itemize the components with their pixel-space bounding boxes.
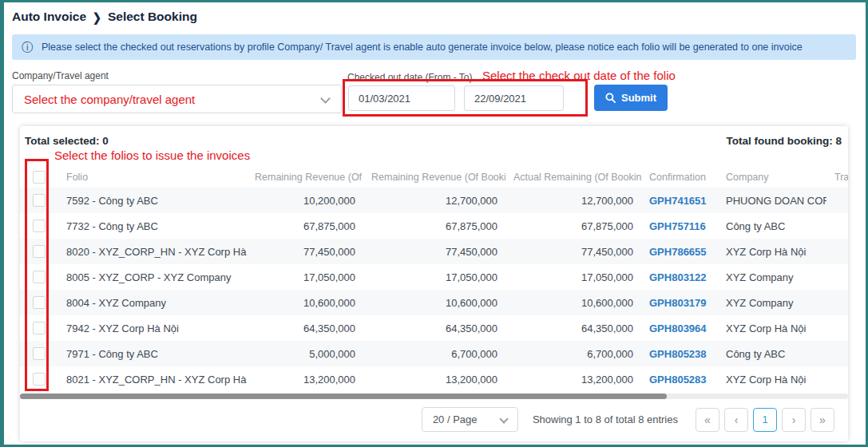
folio-cell: 7732 - Công ty ABC <box>58 220 247 232</box>
horizontal-scrollbar[interactable] <box>20 394 848 399</box>
results-card: Total selected: 0 Total found booking: 8… <box>20 126 848 441</box>
page-title: Select Booking <box>108 10 197 24</box>
folio-cell: 8005 - XYZ_CORP - XYZ Company <box>58 271 247 283</box>
company-cell: Công ty ABC <box>718 348 826 360</box>
bookings-table: Folio Remaining Revenue (Of Folio) Remai… <box>20 167 848 392</box>
card-header: Total selected: 0 Total found booking: 8 <box>20 126 848 147</box>
col-header-remaining-revenue-booking: Remaining Revenue (Of Booking) <box>363 172 505 183</box>
folio-cell: 8004 - XYZ Company <box>58 297 247 309</box>
company-cell: XYZ Corp Hà Nội <box>718 322 826 334</box>
pagination-bar: 20 / Page Showing 1 to 8 of total 8 entr… <box>20 407 848 432</box>
search-icon <box>605 93 616 103</box>
table-row: 8004 - XYZ Company 10,600,000 10,600,000… <box>20 290 848 315</box>
rr-booking-cell: 10,600,000 <box>363 297 505 309</box>
row-checkbox[interactable] <box>33 245 46 258</box>
table-row: 7732 - Công ty ABC 67,875,000 67,875,000… <box>20 213 848 239</box>
table-row: 7971 - Công ty ABC 5,000,000 6,700,000 6… <box>20 341 848 366</box>
actual-remaining-cell: 6,700,000 <box>505 348 641 360</box>
page-1-button[interactable]: 1 <box>753 408 777 432</box>
auto-invoice-page: { "breadcrumb": { "parent": "Auto Invoic… <box>0 0 868 447</box>
company-cell: XYZ Corp Hà Nội <box>718 246 826 258</box>
scrollbar-thumb[interactable] <box>20 394 667 399</box>
info-banner: ⓘ Please select the checked out reservat… <box>12 34 856 60</box>
col-header-remaining-revenue-folio: Remaining Revenue (Of Folio) <box>247 172 363 183</box>
filter-bar: Company/Travel agent Select the company/… <box>12 69 856 118</box>
next-page-button[interactable]: › <box>782 408 806 432</box>
confirmation-link[interactable]: GPH805238 <box>649 348 707 360</box>
total-found-booking: Total found booking: 8 <box>727 135 842 147</box>
row-checkbox[interactable] <box>33 322 46 334</box>
company-cell: XYZ Company <box>718 297 826 309</box>
table-row: 8020 - XYZ_CORP_HN - XYZ Corp Hà Nội 77,… <box>20 239 848 264</box>
pagination-summary: Showing 1 to 8 of total 8 entries <box>533 413 678 425</box>
info-banner-text: Please select the checked out reservatio… <box>42 42 803 53</box>
chevron-right-icon: ❯ <box>93 10 101 23</box>
folio-cell: 7971 - Công ty ABC <box>58 348 247 360</box>
rr-folio-cell: 64,350,000 <box>247 322 363 334</box>
total-selected: Total selected: 0 <box>25 135 109 147</box>
rr-folio-cell: 17,050,000 <box>247 271 363 283</box>
rr-folio-cell: 13,200,000 <box>247 374 363 386</box>
actual-remaining-cell: 17,050,000 <box>505 271 641 283</box>
submit-button[interactable]: Submit <box>594 85 668 111</box>
actual-remaining-cell: 12,700,000 <box>505 195 641 207</box>
chevron-down-icon <box>320 93 331 104</box>
confirmation-link[interactable]: GPH786655 <box>649 246 707 258</box>
col-header-confirmation: Confirmation <box>641 172 718 183</box>
rr-folio-cell: 67,875,000 <box>247 220 363 232</box>
table-row: 7592 - Công ty ABC 10,200,000 12,700,000… <box>20 188 848 213</box>
company-agent-label: Company/Travel agent <box>12 70 109 81</box>
info-icon: ⓘ <box>22 42 33 53</box>
confirmation-link[interactable]: GPH803964 <box>649 322 707 334</box>
company-cell: XYZ Corp Hà Nội <box>718 374 826 386</box>
breadcrumb-parent[interactable]: Auto Invoice <box>12 10 86 24</box>
company-agent-placeholder: Select the company/travel agent <box>24 93 195 106</box>
confirmation-link[interactable]: GPH741651 <box>649 195 707 207</box>
rr-booking-cell: 13,200,000 <box>363 374 505 386</box>
page-size-select[interactable]: 20 / Page <box>422 407 518 432</box>
date-from-input[interactable]: 01/03/2021 <box>348 85 455 111</box>
table-row: 8021 - XYZ_CORP_HN - XYZ Corp Hà Nội 13,… <box>20 366 848 392</box>
row-checkbox[interactable] <box>33 194 46 207</box>
col-header-actual-remaining: Actual Remaining (Of Booking) <box>505 172 641 183</box>
row-checkbox[interactable] <box>33 271 46 283</box>
company-cell: Công ty ABC <box>718 220 826 232</box>
company-cell: PHUONG DOAN CORP <box>718 195 826 207</box>
actual-remaining-cell: 77,450,000 <box>505 246 641 258</box>
row-checkbox[interactable] <box>33 220 46 232</box>
row-checkbox[interactable] <box>33 373 46 386</box>
rr-booking-cell: 6,700,000 <box>363 348 505 360</box>
confirmation-link[interactable]: GPH803179 <box>649 297 707 309</box>
folio-cell: 7592 - Công ty ABC <box>58 195 247 207</box>
rr-booking-cell: 17,050,000 <box>363 271 505 283</box>
select-all-checkbox[interactable] <box>33 171 46 184</box>
confirmation-link[interactable]: GPH757116 <box>649 220 706 232</box>
rr-folio-cell: 10,200,000 <box>247 195 363 207</box>
row-checkbox[interactable] <box>33 296 46 309</box>
folio-cell: 7942 - XYZ Corp Hà Nội <box>58 322 247 334</box>
rr-booking-cell: 12,700,000 <box>363 195 505 207</box>
annotation-folio-note: Select the folios to issue the invoices <box>54 148 250 162</box>
actual-remaining-cell: 64,350,000 <box>505 322 641 334</box>
rr-folio-cell: 77,450,000 <box>247 246 363 258</box>
table-row: 7942 - XYZ Corp Hà Nội 64,350,000 64,350… <box>20 315 848 341</box>
page-size-value: 20 / Page <box>433 413 478 425</box>
col-header-travel-agent: Travel agent <box>826 172 848 183</box>
chevron-down-icon <box>499 414 508 423</box>
col-header-folio: Folio <box>58 172 247 183</box>
actual-remaining-cell: 67,875,000 <box>505 220 641 232</box>
row-checkbox[interactable] <box>33 347 46 360</box>
first-page-button[interactable]: « <box>696 408 719 432</box>
prev-page-button[interactable]: ‹ <box>724 408 748 432</box>
confirmation-link[interactable]: GPH803122 <box>649 271 707 283</box>
confirmation-link[interactable]: GPH805283 <box>649 374 707 386</box>
rr-folio-cell: 10,600,000 <box>247 297 363 309</box>
actual-remaining-cell: 10,600,000 <box>505 297 641 309</box>
actual-remaining-cell: 13,200,000 <box>505 374 641 386</box>
folio-cell: 8020 - XYZ_CORP_HN - XYZ Corp Hà Nội <box>58 246 247 258</box>
last-page-button[interactable]: » <box>811 408 834 432</box>
date-to-input[interactable]: 22/09/2021 <box>464 85 564 111</box>
rr-booking-cell: 64,350,000 <box>363 322 505 334</box>
submit-label: Submit <box>621 92 656 104</box>
company-agent-select[interactable]: Select the company/travel agent <box>12 85 342 113</box>
